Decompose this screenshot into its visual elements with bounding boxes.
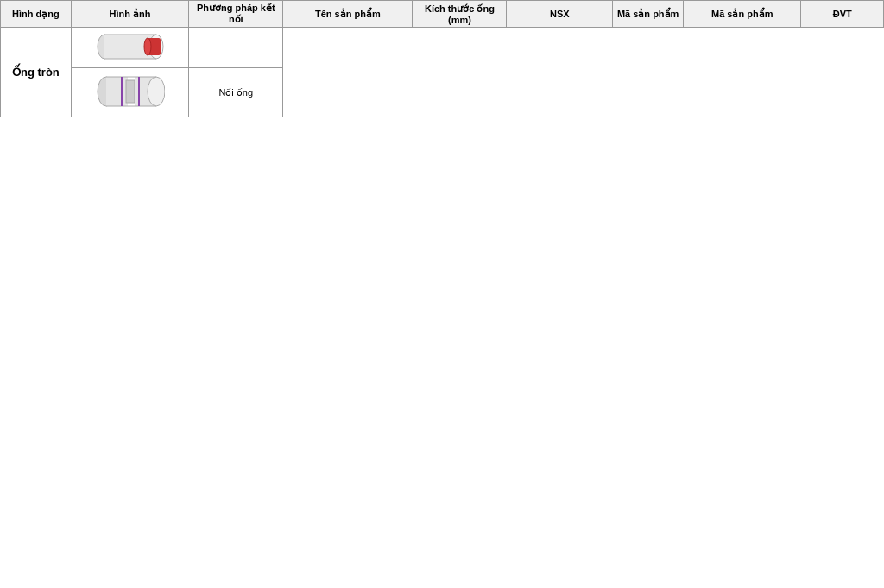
- header-phuongphap: Phương pháp kết nối: [189, 1, 283, 28]
- hinhanh-cell: [71, 68, 188, 117]
- header-hinhdang: Hình dạng: [1, 1, 72, 28]
- svg-rect-8: [106, 77, 128, 106]
- hinhanh-cell: [71, 28, 188, 68]
- header-masp2: Mã sản phẩm: [684, 1, 801, 28]
- svg-point-11: [148, 77, 165, 106]
- header-tensp: Tên sản phẩm: [283, 1, 413, 28]
- hinhdang-ongtron: Ống tròn: [1, 28, 72, 117]
- svg-rect-9: [126, 80, 135, 103]
- header-dvt: ĐVT: [801, 1, 884, 28]
- header-masp1: Mã sản phẩm: [613, 1, 684, 28]
- phuongphap-cell: Nối ống: [189, 68, 283, 117]
- phuongphap-cell: [189, 28, 283, 68]
- main-table-container: Hình dạng Hình ảnh Phương pháp kết nối T…: [0, 0, 884, 117]
- header-kichthuoc: Kích thước ống (mm): [413, 1, 507, 28]
- svg-point-6: [144, 38, 151, 55]
- header-hinhanh: Hình ảnh: [71, 1, 188, 28]
- header-nsx: NSX: [507, 1, 613, 28]
- product-table: Hình dạng Hình ảnh Phương pháp kết nối T…: [0, 0, 884, 117]
